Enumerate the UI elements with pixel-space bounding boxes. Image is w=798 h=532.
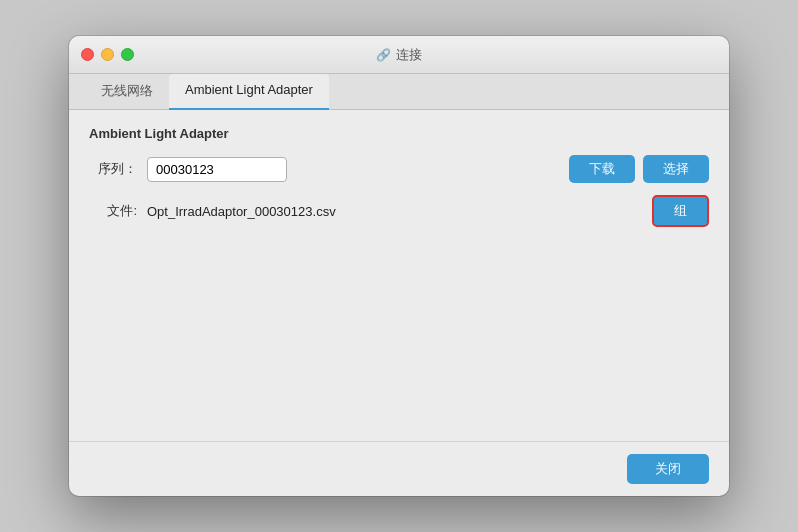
close-dialog-button[interactable]: 关闭 (627, 454, 709, 484)
minimize-button[interactable] (101, 48, 114, 61)
section-title: Ambient Light Adapter (89, 126, 709, 141)
footer: 关闭 (69, 441, 729, 496)
serial-label: 序列： (89, 160, 137, 178)
serial-actions: 下载 选择 (569, 155, 709, 183)
file-actions: 组 (652, 195, 709, 227)
download-button[interactable]: 下载 (569, 155, 635, 183)
window-title: 🔗 连接 (376, 46, 422, 64)
traffic-lights (81, 48, 134, 61)
title-text: 连接 (396, 46, 422, 64)
tab-ambient-light-adapter[interactable]: Ambient Light Adapter (169, 74, 329, 110)
connection-icon: 🔗 (376, 48, 391, 62)
tab-bar: 无线网络 Ambient Light Adapter (69, 74, 729, 110)
content-area: Ambient Light Adapter 序列： 下载 选择 文件: Opt_… (69, 110, 729, 441)
tab-wifi[interactable]: 无线网络 (85, 74, 169, 110)
select-button[interactable]: 选择 (643, 155, 709, 183)
titlebar: 🔗 连接 (69, 36, 729, 74)
maximize-button[interactable] (121, 48, 134, 61)
file-value: Opt_IrradAdaptor_00030123.csv (147, 204, 336, 219)
serial-input[interactable] (147, 157, 287, 182)
group-button[interactable]: 组 (652, 195, 709, 227)
main-window: 🔗 连接 无线网络 Ambient Light Adapter Ambient … (69, 36, 729, 496)
close-button[interactable] (81, 48, 94, 61)
file-row: 文件: Opt_IrradAdaptor_00030123.csv 组 (89, 195, 709, 227)
serial-row: 序列： 下载 选择 (89, 155, 709, 183)
file-label: 文件: (89, 202, 137, 220)
